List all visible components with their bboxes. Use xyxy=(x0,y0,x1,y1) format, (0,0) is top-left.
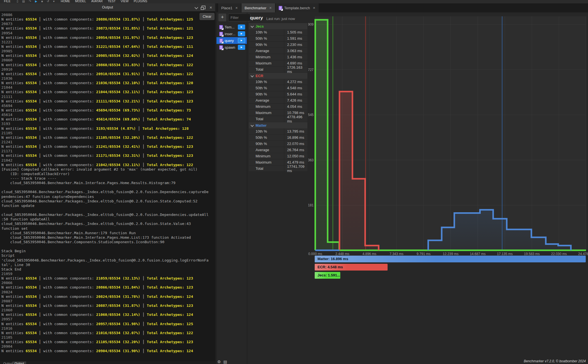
output-panel-title: Output xyxy=(0,5,215,9)
dropdown-icon[interactable]: ▾ xyxy=(53,0,55,3)
collapse-chevron-icon[interactable] xyxy=(194,6,198,9)
y-axis-tick: 363 xyxy=(308,158,314,162)
log-line xyxy=(1,208,209,213)
stat-value: 7.426 ms xyxy=(284,97,307,103)
benchmark-item-query[interactable]: query▶ xyxy=(216,37,247,44)
histogram-chart[interactable]: 9097275453631810.000 ms2.448 ms4.896 ms7… xyxy=(308,12,588,280)
log-line: pendencies:47 function captureDependenci… xyxy=(1,195,209,199)
add-benchmark-button[interactable]: + xyxy=(218,14,226,21)
run-benchmark-button[interactable]: ▶ xyxy=(238,38,245,43)
benchmark-item-inser[interactable]: inser...▶ xyxy=(216,30,247,37)
close-tab-icon[interactable]: ✕ xyxy=(235,6,238,10)
stop-icon[interactable]: ■ xyxy=(41,0,43,3)
output-tab[interactable]: Output xyxy=(12,361,26,364)
stat-label: 90th % xyxy=(249,42,284,48)
stat-label: Maximum xyxy=(249,60,284,66)
sidebar-footer-icons: ⚙▤ xyxy=(217,359,227,364)
legend-chip-jecs[interactable]: Jecs: 1.591... xyxy=(315,272,340,279)
run-benchmark-button[interactable]: ▶ xyxy=(238,24,245,30)
stat-label: Average xyxy=(249,147,284,153)
log-line: function update xyxy=(1,204,209,208)
stat-row: 50th %4.548 ms xyxy=(249,85,307,91)
stat-row: Minimum4.054 ms xyxy=(249,104,307,110)
y-axis-tick: 909 xyxy=(308,23,314,26)
log-line: cloud_5853950046.Benchmarker.Packages._I… xyxy=(1,199,209,204)
section-name: Jecs xyxy=(256,24,264,28)
redo-icon[interactable]: ↷ xyxy=(29,0,31,3)
log-line: N entities 65534 │ with common component… xyxy=(1,312,209,317)
undo-icon[interactable]: ↺ xyxy=(47,0,49,3)
stat-value: 4.548 ms xyxy=(284,85,307,91)
log-line: N entities 65534 │ with common component… xyxy=(1,276,209,281)
section-name: ECR xyxy=(256,74,263,78)
stat-row: 50th %16.896 ms xyxy=(249,135,307,141)
settings-gear-icon[interactable]: ⚙ xyxy=(217,359,221,364)
menu-plugins[interactable]: PLUGINS xyxy=(134,0,147,3)
log-line: N entities 65534 │ with common component… xyxy=(1,35,209,40)
benchmark-item-Tem[interactable]: Tem...▶ xyxy=(216,24,247,30)
y-axis-tick: 181 xyxy=(308,203,314,207)
stat-value: 22.070 ms xyxy=(284,141,307,147)
section-header-jecs[interactable]: Jecs xyxy=(249,23,307,29)
close-tab-icon[interactable]: ✕ xyxy=(313,6,315,10)
stat-value: 4.272 ms xyxy=(284,79,307,85)
clear-button[interactable]: Clear xyxy=(200,13,214,20)
docs-book-icon[interactable]: ▤ xyxy=(223,359,227,364)
clipboard-icon[interactable]: ▯ xyxy=(17,0,18,3)
menu-test[interactable]: TEST xyxy=(108,0,116,3)
menu-avatar[interactable]: AVATAR xyxy=(91,0,103,3)
console-log: 20886N entities 65534 │ with common comp… xyxy=(1,13,209,354)
float-window-icon[interactable] xyxy=(202,6,205,9)
close-icon[interactable]: ✕ xyxy=(209,6,212,9)
output-console[interactable]: 20886N entities 65534 │ with common comp… xyxy=(0,11,215,361)
stat-label: Total xyxy=(249,166,284,171)
tab-place1[interactable]: Place1✕ xyxy=(218,3,241,12)
run-benchmark-button[interactable]: ▶ xyxy=(238,31,245,36)
log-line-id: 20860 xyxy=(1,58,209,62)
benchmark-item-spawn[interactable]: spawn▶ xyxy=(216,44,247,51)
legend-label: Matter: 16.896 ms xyxy=(318,257,348,261)
stat-value: 1.436 ms xyxy=(284,54,307,60)
stat-row: 10th %4.272 ms xyxy=(249,79,307,85)
stat-label: Maximum xyxy=(249,159,284,165)
stat-label: 10th % xyxy=(249,29,284,35)
x-axis-tick: 2.448 ms xyxy=(336,252,349,256)
stat-label: Minimum xyxy=(249,54,284,60)
menu-file[interactable]: FILE xyxy=(4,0,10,3)
log-line: N entities 65534 │ with common component… xyxy=(1,349,209,353)
run-benchmark-button[interactable]: ▶ xyxy=(238,45,245,50)
stat-value: 1726.163 ms xyxy=(284,66,307,72)
paste-icon[interactable]: ▤ xyxy=(22,0,25,3)
play-icon[interactable]: ▶ xyxy=(35,0,37,3)
tab-template-bench[interactable]: Template.bench✕ xyxy=(276,3,319,12)
log-line: [Fusion] Computed callback error: invali… xyxy=(1,167,209,172)
stat-label: Total xyxy=(249,116,284,122)
menu-home[interactable]: HOME xyxy=(61,0,70,3)
log-line: N entities 65534 │ with common component… xyxy=(1,153,209,158)
log-line: N entities 65534 │ with common component… xyxy=(1,90,209,94)
x-axis-tick: 7.343 ms xyxy=(390,252,403,256)
log-line: cloud_5853950046.Benchmarker.Packages._I… xyxy=(1,190,209,194)
stat-row: Total4778.496 ms xyxy=(249,116,307,122)
chevron-down-icon xyxy=(251,74,254,77)
stat-row: 90th %22.070 ms xyxy=(249,141,307,147)
log-line: Stack Begin xyxy=(1,249,209,253)
legend-chip-ecr[interactable]: ECR: 4.548 ms xyxy=(315,264,388,271)
log-line: cloud_5853950046.Benchmarker.Packages._I… xyxy=(1,213,209,217)
y-axis-tick: 727 xyxy=(308,68,314,72)
menu-view[interactable]: VIEW xyxy=(121,0,129,3)
close-tab-icon[interactable]: ✕ xyxy=(269,6,272,10)
benchmark-item-label: inser... xyxy=(225,32,235,36)
log-line-id: 21042 xyxy=(1,158,209,163)
menu-model[interactable]: MODEL xyxy=(75,0,86,3)
tab-benchmarker[interactable]: Benchmarker✕ xyxy=(242,3,275,12)
stat-label: 50th % xyxy=(249,85,284,91)
log-line: N entities 65534 │ with common component… xyxy=(1,135,209,140)
stat-row: Average3.063 ms xyxy=(249,48,307,54)
legend-chip-matter[interactable]: Matter: 16.896 ms xyxy=(315,256,586,262)
stat-row: 90th %5.644 ms xyxy=(249,91,307,97)
log-line: tal', Line 30 xyxy=(1,263,209,267)
chevron-down-icon xyxy=(251,124,254,127)
legend-label: ECR: 4.548 ms xyxy=(318,265,343,269)
log-line-id: 21105 xyxy=(1,131,209,135)
